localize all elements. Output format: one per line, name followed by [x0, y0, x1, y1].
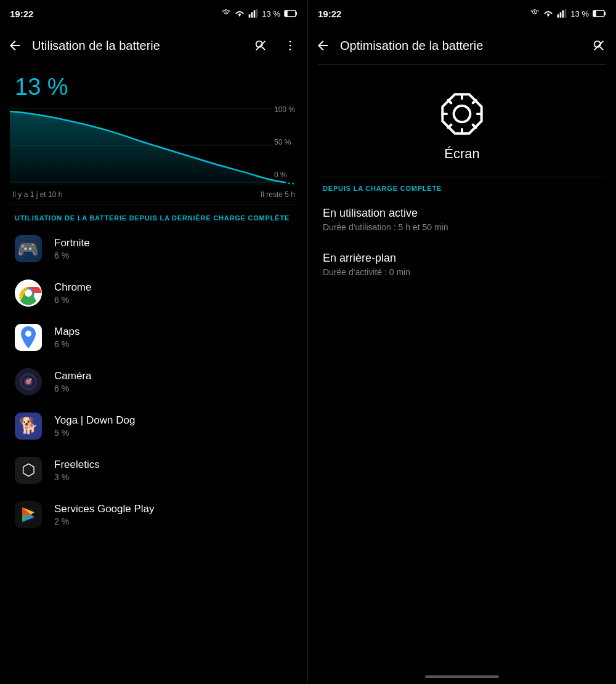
app-pct-camera: 6 %	[54, 384, 91, 393]
battery-icon-left	[284, 10, 298, 17]
status-bar-right: 19:22 13 %	[308, 0, 616, 27]
search-button-right[interactable]	[586, 33, 611, 58]
list-item[interactable]: 🎮 Fortnite 6 %	[0, 227, 307, 271]
svg-rect-33	[560, 12, 562, 18]
signal-icon-right	[543, 9, 553, 18]
app-pct-yoga: 5 %	[54, 428, 135, 438]
freeletics-icon: ⬡	[15, 457, 42, 484]
yoga-icon: 🐕	[15, 412, 42, 440]
back-button-left[interactable]	[2, 33, 27, 58]
fortnite-icon: 🎮	[15, 235, 42, 262]
section-header-left: UTILISATION DE LA BATTERIE DEPUIS LA DER…	[0, 204, 307, 227]
app-info-freeletics: Freeletics 3 %	[54, 459, 100, 482]
battery-pct-left: 13 %	[262, 9, 280, 18]
screen-label: Écran	[444, 146, 479, 162]
right-panel: 19:22 13 % Optimisation de la batterie	[308, 0, 616, 684]
back-button-right[interactable]	[310, 33, 335, 58]
active-usage-block: En utilisation active Durée d'utilisatio…	[308, 197, 616, 242]
top-bar-right: Optimisation de la batterie	[308, 27, 616, 64]
svg-rect-1	[251, 12, 253, 18]
google-play-icon	[15, 501, 42, 528]
app-info-gplay: Services Google Play 2 %	[54, 503, 155, 526]
app-info-yoga: Yoga | Down Dog 5 %	[54, 414, 135, 438]
right-spacer	[308, 287, 616, 672]
chrome-icon	[15, 280, 42, 307]
svg-rect-0	[249, 14, 251, 17]
list-item[interactable]: Caméra 6 %	[0, 360, 307, 404]
list-item[interactable]: 🐕 Yoga | Down Dog 5 %	[0, 404, 307, 448]
list-item[interactable]: Services Google Play 2 %	[0, 493, 307, 537]
svg-point-8	[290, 41, 291, 42]
background-usage-subtitle: Durée d'activité : 0 min	[323, 267, 601, 277]
app-pct-fortnite: 6 %	[54, 251, 90, 260]
list-item[interactable]: ⬡ Freeletics 3 %	[0, 448, 307, 493]
app-pct-gplay: 2 %	[54, 517, 155, 526]
page-title-right: Optimisation de la batterie	[340, 39, 582, 53]
chart-y-labels: 100 % 50 % 0 %	[274, 105, 295, 179]
svg-rect-2	[254, 10, 256, 18]
background-usage-title: En arrière-plan	[323, 252, 601, 265]
app-info-maps: Maps 6 %	[54, 326, 80, 349]
search-button-left[interactable]	[248, 33, 273, 58]
svg-text:🎮: 🎮	[17, 239, 39, 259]
svg-point-24	[26, 379, 31, 384]
app-name-camera: Caméra	[54, 370, 91, 382]
status-icons-left: 13 %	[221, 9, 298, 18]
active-usage-title: En utilisation active	[323, 207, 601, 220]
left-panel: 19:22 13 % Utilisation de la batterie 13…	[0, 0, 308, 684]
camera-icon	[15, 368, 42, 395]
active-usage-subtitle: Durée d'utilisation : 5 h et 50 min	[323, 222, 601, 232]
status-icons-right: 13 %	[530, 9, 606, 18]
app-name-yoga: Yoga | Down Dog	[54, 414, 135, 427]
status-bar-left: 19:22 13 %	[0, 0, 307, 27]
section-header-right: DEPUIS LA CHARGE COMPLÈTE	[308, 177, 616, 197]
signal-icon	[235, 9, 245, 18]
app-name-freeletics: Freeletics	[54, 459, 100, 471]
screen-icon	[437, 89, 487, 139]
chart-label-100: 100 %	[274, 105, 295, 114]
lte-icon-right	[557, 9, 567, 18]
svg-rect-6	[285, 11, 287, 16]
chart-svg	[10, 105, 298, 185]
svg-point-17	[25, 289, 32, 297]
chart-time-labels: Il y a 1 j et 10 h Il reste 5 h	[10, 188, 298, 199]
maps-icon	[15, 324, 42, 351]
time-left: 19:22	[10, 9, 33, 19]
svg-text:🐕: 🐕	[18, 416, 39, 435]
svg-point-10	[290, 49, 291, 50]
screen-icon-area: Écran	[308, 65, 616, 177]
more-button-left[interactable]	[278, 33, 302, 58]
app-pct-freeletics: 3 %	[54, 472, 100, 482]
alarm-icon-right	[530, 9, 540, 18]
app-pct-maps: 6 %	[54, 339, 80, 349]
battery-percentage: 13 %	[0, 64, 307, 105]
app-name-maps: Maps	[54, 326, 80, 338]
top-bar-left: Utilisation de la batterie	[0, 27, 307, 64]
time-right: 19:22	[318, 9, 341, 19]
battery-pct-right: 13 %	[570, 9, 589, 18]
svg-text:⬡: ⬡	[22, 461, 36, 479]
svg-rect-35	[565, 9, 567, 18]
page-title-left: Utilisation de la batterie	[32, 39, 243, 53]
battery-chart: 100 % 50 % 0 % Il y a 1 j et 10 h	[0, 105, 307, 204]
svg-point-19	[25, 331, 31, 337]
background-usage-block: En arrière-plan Durée d'activité : 0 min	[308, 242, 616, 287]
svg-point-25	[30, 379, 32, 380]
app-name-chrome: Chrome	[54, 281, 91, 294]
app-info-fortnite: Fortnite 6 %	[54, 237, 90, 260]
chart-label-0: 0 %	[274, 171, 295, 179]
svg-rect-34	[562, 10, 564, 18]
list-item[interactable]: Chrome 6 %	[0, 271, 307, 315]
app-name-fortnite: Fortnite	[54, 237, 90, 249]
bottom-bar-right	[308, 672, 616, 684]
list-item[interactable]: Maps 6 %	[0, 315, 307, 360]
svg-rect-38	[594, 11, 596, 16]
svg-rect-32	[557, 14, 559, 17]
app-info-camera: Caméra 6 %	[54, 370, 91, 393]
app-pct-chrome: 6 %	[54, 295, 91, 305]
chart-time-left: Il y a 1 j et 10 h	[12, 190, 62, 199]
chart-time-right: Il reste 5 h	[261, 190, 295, 199]
app-name-gplay: Services Google Play	[54, 503, 155, 515]
app-list: 🎮 Fortnite 6 % Chrome 6 %	[0, 227, 307, 684]
bottom-indicator-right	[425, 675, 499, 678]
